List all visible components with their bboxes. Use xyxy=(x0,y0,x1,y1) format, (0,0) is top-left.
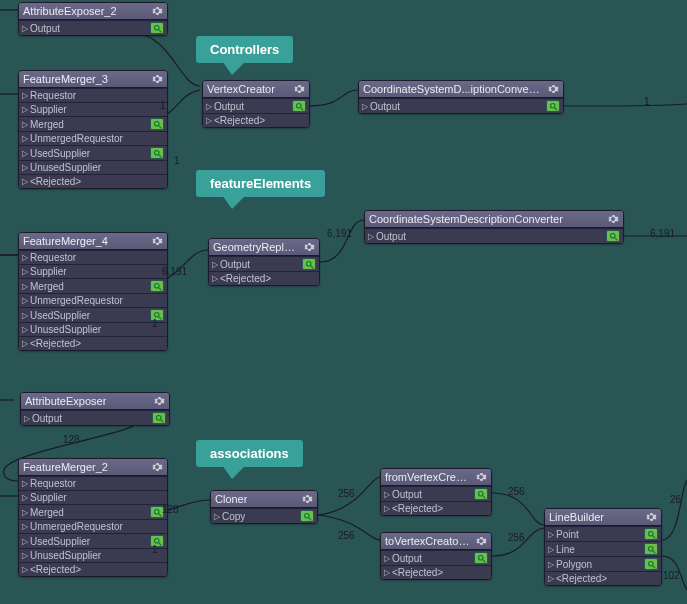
gear-icon[interactable] xyxy=(303,241,315,253)
inspect-icon[interactable] xyxy=(300,510,314,522)
port-output[interactable]: ▷Output xyxy=(19,20,167,35)
port-merged[interactable]: ▷Merged xyxy=(19,116,167,131)
inspect-icon[interactable] xyxy=(644,558,658,570)
port-usedsupplier[interactable]: ▷UsedSupplier xyxy=(19,307,167,322)
gear-icon[interactable] xyxy=(607,213,619,225)
port-unmergedrequestor[interactable]: ▷UnmergedRequestor xyxy=(19,131,167,145)
port-polygon[interactable]: ▷Polygon xyxy=(545,556,661,571)
port-copy[interactable]: ▷Copy xyxy=(211,508,317,523)
port-supplier[interactable]: ▷Supplier xyxy=(19,264,167,278)
chevron-right-icon: ▷ xyxy=(22,149,28,158)
gear-icon[interactable] xyxy=(547,83,559,95)
inspect-icon[interactable] xyxy=(152,412,166,424)
inspect-icon[interactable] xyxy=(150,147,164,159)
port-requestor[interactable]: ▷Requestor xyxy=(19,88,167,102)
inspect-icon[interactable] xyxy=(644,543,658,555)
node-header[interactable]: FeatureMerger_4 xyxy=(19,233,167,250)
inspect-icon[interactable] xyxy=(150,280,164,292)
inspect-icon[interactable] xyxy=(644,528,658,540)
node-geometryreplacer[interactable]: GeometryReplacer ▷Output ▷<Rejected> xyxy=(208,238,320,286)
port-label-text: <Rejected> xyxy=(214,115,265,126)
node-attributeexposer-2[interactable]: AttributeExposer_2 ▷Output xyxy=(18,2,168,36)
inspect-icon[interactable] xyxy=(150,22,164,34)
port-merged[interactable]: ▷Merged xyxy=(19,278,167,293)
node-csdc-3[interactable]: CoordinateSystemD...iptionConverter_3 ▷O… xyxy=(358,80,564,114)
node-header[interactable]: LineBuilder xyxy=(545,509,661,526)
port-rejected[interactable]: ▷<Rejected> xyxy=(203,113,309,127)
gear-icon[interactable] xyxy=(153,395,165,407)
gear-icon[interactable] xyxy=(151,235,163,247)
gear-icon[interactable] xyxy=(151,73,163,85)
port-output[interactable]: ▷Output xyxy=(203,98,309,113)
port-unusedsupplier[interactable]: ▷UnusedSupplier xyxy=(19,548,167,562)
node-header[interactable]: VertexCreator xyxy=(203,81,309,98)
node-linebuilder[interactable]: LineBuilder ▷Point ▷Line ▷Polygon ▷<Reje… xyxy=(544,508,662,586)
port-unusedsupplier[interactable]: ▷UnusedSupplier xyxy=(19,322,167,336)
port-rejected[interactable]: ▷<Rejected> xyxy=(209,271,319,285)
chevron-right-icon: ▷ xyxy=(22,311,28,320)
port-unmergedrequestor[interactable]: ▷UnmergedRequestor xyxy=(19,519,167,533)
port-rejected[interactable]: ▷<Rejected> xyxy=(545,571,661,585)
gear-icon[interactable] xyxy=(293,83,305,95)
port-rejected[interactable]: ▷<Rejected> xyxy=(19,174,167,188)
node-vertexcreator[interactable]: VertexCreator ▷Output ▷<Rejected> xyxy=(202,80,310,128)
node-featuremerger-4[interactable]: FeatureMerger_4 ▷Requestor ▷Supplier ▷Me… xyxy=(18,232,168,351)
gear-icon[interactable] xyxy=(151,5,163,17)
port-merged[interactable]: ▷Merged xyxy=(19,504,167,519)
port-output[interactable]: ▷Output xyxy=(381,550,491,565)
node-cloner[interactable]: Cloner ▷Copy xyxy=(210,490,318,524)
node-fromvertexcreator[interactable]: fromVertexCreator ▷Output ▷<Rejected> xyxy=(380,468,492,516)
port-rejected[interactable]: ▷<Rejected> xyxy=(19,336,167,350)
port-supplier[interactable]: ▷Supplier xyxy=(19,102,167,116)
node-header[interactable]: CoordinateSystemDescriptionConverter xyxy=(365,211,623,228)
inspect-icon[interactable] xyxy=(292,100,306,112)
node-header[interactable]: fromVertexCreator xyxy=(381,469,491,486)
inspect-icon[interactable] xyxy=(474,552,488,564)
port-rejected[interactable]: ▷<Rejected> xyxy=(19,562,167,576)
node-header[interactable]: toVertexCreator_3 xyxy=(381,533,491,550)
port-label-text: UnusedSupplier xyxy=(30,550,101,561)
port-output[interactable]: ▷Output xyxy=(21,410,169,425)
node-header[interactable]: FeatureMerger_3 xyxy=(19,71,167,88)
inspect-icon[interactable] xyxy=(606,230,620,242)
workflow-canvas[interactable]: { "bookmarks": { "controllers": "Control… xyxy=(0,0,687,604)
gear-icon[interactable] xyxy=(475,535,487,547)
port-usedsupplier[interactable]: ▷UsedSupplier xyxy=(19,533,167,548)
port-unmergedrequestor[interactable]: ▷UnmergedRequestor xyxy=(19,293,167,307)
node-attributeexposer[interactable]: AttributeExposer ▷Output xyxy=(20,392,170,426)
node-header[interactable]: AttributeExposer_2 xyxy=(19,3,167,20)
port-rejected[interactable]: ▷<Rejected> xyxy=(381,501,491,515)
inspect-icon[interactable] xyxy=(302,258,316,270)
node-featuremerger-2[interactable]: FeatureMerger_2 ▷Requestor ▷Supplier ▷Me… xyxy=(18,458,168,577)
port-output[interactable]: ▷Output xyxy=(381,486,491,501)
port-output[interactable]: ▷Output xyxy=(359,98,563,113)
port-output[interactable]: ▷Output xyxy=(209,256,319,271)
node-featuremerger-3[interactable]: FeatureMerger_3 ▷Requestor ▷Supplier ▷Me… xyxy=(18,70,168,189)
node-header[interactable]: GeometryReplacer xyxy=(209,239,319,256)
port-line[interactable]: ▷Line xyxy=(545,541,661,556)
gear-icon[interactable] xyxy=(301,493,313,505)
node-tovertexcreator-3[interactable]: toVertexCreator_3 ▷Output ▷<Rejected> xyxy=(380,532,492,580)
port-output[interactable]: ▷Output xyxy=(365,228,623,243)
port-label-text: UnmergedRequestor xyxy=(30,521,123,532)
node-header[interactable]: Cloner xyxy=(211,491,317,508)
node-csdc[interactable]: CoordinateSystemDescriptionConverter ▷Ou… xyxy=(364,210,624,244)
node-header[interactable]: AttributeExposer xyxy=(21,393,169,410)
count-label: 256 xyxy=(508,532,525,543)
port-rejected[interactable]: ▷<Rejected> xyxy=(381,565,491,579)
gear-icon[interactable] xyxy=(475,471,487,483)
node-header[interactable]: CoordinateSystemD...iptionConverter_3 xyxy=(359,81,563,98)
inspect-icon[interactable] xyxy=(546,100,560,112)
node-header[interactable]: FeatureMerger_2 xyxy=(19,459,167,476)
port-requestor[interactable]: ▷Requestor xyxy=(19,476,167,490)
port-point[interactable]: ▷Point xyxy=(545,526,661,541)
gear-icon[interactable] xyxy=(645,511,657,523)
port-label-text: <Rejected> xyxy=(30,564,81,575)
port-requestor[interactable]: ▷Requestor xyxy=(19,250,167,264)
port-usedsupplier[interactable]: ▷UsedSupplier xyxy=(19,145,167,160)
inspect-icon[interactable] xyxy=(474,488,488,500)
inspect-icon[interactable] xyxy=(150,118,164,130)
gear-icon[interactable] xyxy=(151,461,163,473)
port-unusedsupplier[interactable]: ▷UnusedSupplier xyxy=(19,160,167,174)
port-supplier[interactable]: ▷Supplier xyxy=(19,490,167,504)
